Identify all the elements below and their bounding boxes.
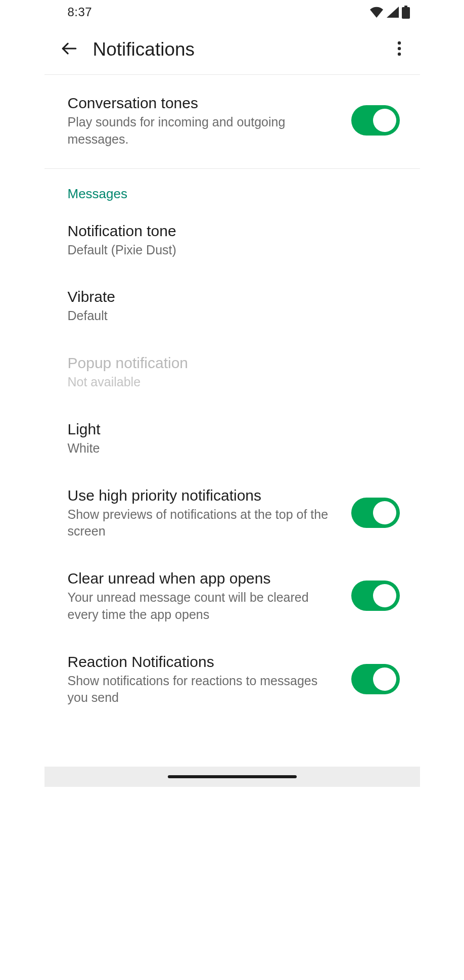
setting-text: Reaction Notifications Show notification… — [68, 652, 351, 707]
settings-list[interactable]: Conversation tones Play sounds for incom… — [44, 75, 420, 787]
more-vertical-icon — [397, 41, 401, 58]
section-header-messages: Messages — [44, 169, 420, 207]
page-title: Notifications — [93, 39, 386, 60]
reaction-notifications-toggle[interactable] — [351, 664, 400, 694]
status-time: 8:37 — [68, 5, 92, 19]
back-button[interactable] — [56, 36, 83, 63]
setting-text: Clear unread when app opens Your unread … — [68, 568, 351, 623]
status-icons — [369, 6, 410, 19]
nav-bar — [44, 767, 420, 787]
high-priority-toggle[interactable] — [351, 498, 400, 528]
setting-light[interactable]: Light White — [44, 405, 420, 471]
setting-subtitle: Show previews of notifications at the to… — [68, 506, 341, 541]
setting-text: Popup notification Not available — [68, 353, 397, 391]
screen: 8:37 Notifications — [44, 0, 420, 787]
conversation-tones-toggle[interactable] — [351, 105, 400, 136]
setting-title: Conversation tones — [68, 93, 341, 113]
setting-subtitle: Not available — [68, 374, 387, 391]
setting-popup-notification: Popup notification Not available — [44, 339, 420, 405]
more-options-button[interactable] — [386, 36, 413, 63]
setting-title: Vibrate — [68, 287, 387, 306]
setting-reaction-notifications[interactable]: Reaction Notifications Show notification… — [44, 638, 420, 721]
wifi-icon — [369, 7, 384, 18]
svg-rect-1 — [402, 7, 410, 19]
setting-notification-tone[interactable]: Notification tone Default (Pixie Dust) — [44, 207, 420, 273]
setting-subtitle: White — [68, 440, 387, 457]
svg-point-4 — [397, 47, 400, 50]
setting-vibrate[interactable]: Vibrate Default — [44, 273, 420, 339]
app-bar: Notifications — [44, 24, 420, 75]
setting-title: Popup notification — [68, 353, 387, 373]
setting-title: Light — [68, 419, 387, 439]
setting-text: Use high priority notifications Show pre… — [68, 485, 351, 541]
svg-point-5 — [397, 53, 400, 56]
setting-clear-unread[interactable]: Clear unread when app opens Your unread … — [44, 554, 420, 638]
setting-title: Reaction Notifications — [68, 652, 341, 672]
setting-title: Notification tone — [68, 221, 387, 241]
setting-subtitle: Default (Pixie Dust) — [68, 242, 387, 259]
svg-point-3 — [397, 41, 400, 44]
status-bar: 8:37 — [44, 0, 420, 24]
setting-conversation-tones[interactable]: Conversation tones Play sounds for incom… — [44, 75, 420, 168]
clear-unread-toggle[interactable] — [351, 581, 400, 611]
setting-subtitle: Default — [68, 307, 387, 325]
battery-icon — [402, 6, 410, 19]
setting-high-priority[interactable]: Use high priority notifications Show pre… — [44, 471, 420, 555]
setting-text: Light White — [68, 419, 397, 457]
cell-signal-icon — [387, 7, 399, 18]
setting-text: Vibrate Default — [68, 287, 397, 325]
nav-indicator[interactable] — [168, 775, 297, 778]
setting-subtitle: Your unread message count will be cleare… — [68, 589, 341, 623]
setting-title: Use high priority notifications — [68, 485, 341, 505]
setting-subtitle: Show notifications for reactions to mess… — [68, 673, 341, 707]
arrow-left-icon — [61, 40, 78, 59]
svg-rect-0 — [404, 6, 407, 7]
setting-text: Notification tone Default (Pixie Dust) — [68, 221, 397, 259]
setting-subtitle: Play sounds for incoming and outgoing me… — [68, 114, 341, 148]
setting-title: Clear unread when app opens — [68, 568, 341, 588]
setting-text: Conversation tones Play sounds for incom… — [68, 93, 351, 148]
